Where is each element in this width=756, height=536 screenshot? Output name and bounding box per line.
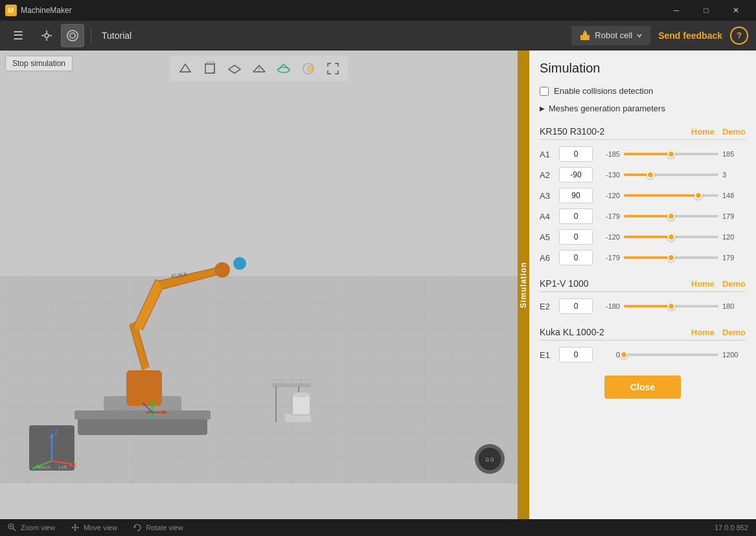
app-name: MachineMaker: [21, 6, 661, 15]
axis-widget: Z Y X Back Left: [26, 422, 78, 474]
right-panel: Simulation Enable collisions detection ▶…: [529, 50, 756, 519]
version-label: 17.0.0 852: [715, 524, 748, 531]
robot-demo-btn-1[interactable]: Demo: [722, 279, 746, 289]
svg-point-11: [584, 30, 586, 32]
panel-title: Simulation: [540, 61, 746, 76]
axis-label-0-5: A6: [540, 253, 555, 263]
axis-input-2-0[interactable]: [559, 347, 593, 363]
axis-min-0-5: -179: [597, 254, 620, 262]
robot-header-1: KP1-V 1000HomeDemo: [540, 278, 746, 292]
collisions-row: Enable collisions detection: [540, 86, 746, 96]
dropdown-icon: [636, 32, 643, 39]
slider-0-5[interactable]: [624, 251, 718, 264]
doc-title: Tutorial: [102, 30, 571, 41]
zoom-label: Zoom view: [21, 524, 55, 531]
move-status: Move view: [71, 523, 117, 532]
collisions-label: Enable collisions detection: [554, 86, 653, 96]
axis-min-0-3: -179: [597, 212, 620, 220]
menu-button[interactable]: ☰: [8, 25, 29, 46]
robot-model: KUKA: [52, 221, 311, 467]
collisions-checkbox[interactable]: [540, 87, 549, 96]
axis-label-0-0: A1: [540, 150, 555, 159]
slider-0-4[interactable]: [624, 230, 718, 243]
axis-label-0-4: A5: [540, 232, 555, 242]
svg-rect-23: [126, 370, 162, 406]
robot-header-0: KR150 R3100-2HomeDemo: [540, 126, 746, 140]
axis-label-0-3: A4: [540, 212, 555, 221]
close-button[interactable]: ✕: [721, 0, 751, 21]
svg-rect-30: [275, 386, 277, 422]
svg-rect-10: [583, 32, 587, 36]
slider-0-3[interactable]: [624, 210, 718, 223]
svg-point-2: [45, 34, 49, 38]
zoom-icon: [8, 523, 17, 532]
axis-row-0-0: A1-185185: [540, 146, 746, 162]
axis-input-0-4[interactable]: [559, 229, 593, 245]
axis-max-2-0: 1200: [722, 351, 746, 359]
slider-0-1[interactable]: [624, 168, 718, 181]
slider-2-0[interactable]: [624, 348, 718, 361]
axis-input-0-0[interactable]: [559, 146, 593, 162]
axis-max-1-0: 180: [722, 302, 746, 310]
minimize-button[interactable]: ─: [661, 0, 691, 21]
help-button[interactable]: ?: [730, 27, 748, 45]
tool-settings-button[interactable]: [35, 24, 58, 47]
axis-min-2-0: 0: [597, 351, 620, 359]
slider-1-0[interactable]: [624, 300, 718, 313]
axis-row-0-1: A2-1303: [540, 167, 746, 183]
svg-text:Z: Z: [54, 429, 58, 436]
svg-text:Y: Y: [31, 465, 36, 473]
svg-marker-73: [71, 527, 73, 529]
robot-name-2: Kuka KL 1000-2: [540, 327, 604, 337]
feedback-button[interactable]: Send feedback: [658, 30, 722, 41]
axis-row-0-3: A4-179179: [540, 208, 746, 224]
app-icon: M: [5, 5, 17, 16]
robot-demo-btn-0[interactable]: Demo: [722, 127, 746, 137]
svg-marker-74: [77, 527, 79, 529]
axis-max-0-5: 179: [722, 254, 746, 262]
axis-min-0-1: -130: [597, 171, 620, 179]
axis-label-0-2: A3: [540, 191, 555, 201]
robot-demo-btn-2[interactable]: Demo: [722, 328, 746, 337]
robot-cell-label: Robot cell: [595, 30, 632, 40]
svg-text:Left: Left: [58, 464, 67, 470]
maximize-button[interactable]: □: [691, 0, 721, 21]
simulation-tab[interactable]: Simulation: [518, 50, 529, 519]
robot-home-btn-2[interactable]: Home: [691, 328, 715, 337]
svg-point-7: [67, 30, 78, 41]
axis-row-1-0: E2-180180: [540, 298, 746, 314]
axis-input-0-5[interactable]: [559, 250, 593, 265]
viewport[interactable]: Stop simulation: [0, 50, 518, 519]
robot-block-0: KR150 R3100-2HomeDemoA1-185185A2-1303A3-…: [540, 126, 746, 265]
robot-home-btn-0[interactable]: Home: [691, 127, 715, 137]
axis-row-2-0: E101200: [540, 347, 746, 363]
axis-input-0-3[interactable]: [559, 208, 593, 224]
main-layout: Stop simulation: [0, 50, 756, 519]
axis-input-1-0[interactable]: [559, 298, 593, 314]
axis-label-2-0: E1: [540, 350, 555, 360]
axis-min-0-2: -120: [597, 192, 620, 199]
meshes-section-toggle[interactable]: ▶ Meshes generation parameters: [540, 104, 746, 113]
axis-label-0-1: A2: [540, 170, 555, 180]
meshes-section-label: Meshes generation parameters: [549, 104, 665, 113]
axis-input-0-1[interactable]: [559, 167, 593, 183]
axis-max-0-4: 120: [722, 233, 746, 241]
svg-point-8: [70, 33, 75, 38]
axis-row-0-4: A5-120120: [540, 229, 746, 245]
3d-scene[interactable]: KUKA: [0, 50, 518, 519]
slider-0-2[interactable]: [624, 189, 718, 202]
robot-home-btn-1[interactable]: Home: [691, 279, 715, 289]
close-button[interactable]: Close: [604, 375, 681, 399]
svg-rect-9: [580, 35, 590, 40]
slider-0-0[interactable]: [624, 148, 718, 161]
svg-text:M: M: [8, 6, 14, 14]
toolbar: ☰ Tutorial Robot cell Send feedback ?: [0, 21, 756, 50]
move-label: Move view: [84, 524, 117, 531]
svg-point-24: [214, 262, 230, 278]
simulation-mode-button[interactable]: [61, 24, 84, 47]
axis-input-0-2[interactable]: [559, 188, 593, 203]
robot-cell-button[interactable]: Robot cell: [571, 26, 650, 45]
robot-block-1: KP1-V 1000HomeDemoE2-180180: [540, 278, 746, 314]
statusbar: Zoom view Move view Rotate view 17.0.0 8…: [0, 519, 756, 536]
axis-max-0-3: 179: [722, 212, 746, 220]
